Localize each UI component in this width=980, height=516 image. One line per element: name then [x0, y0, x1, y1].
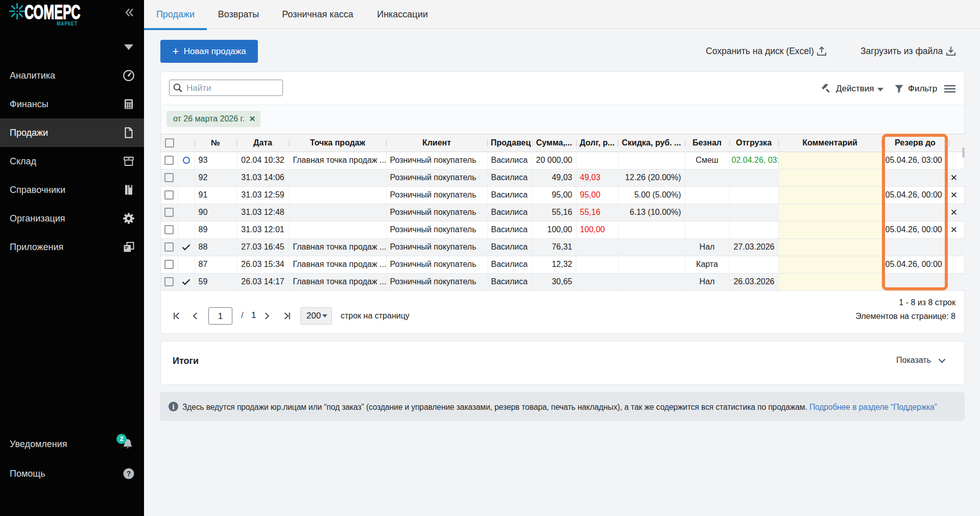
svg-text:?: ?: [127, 470, 131, 478]
svg-text:i: i: [172, 403, 174, 411]
